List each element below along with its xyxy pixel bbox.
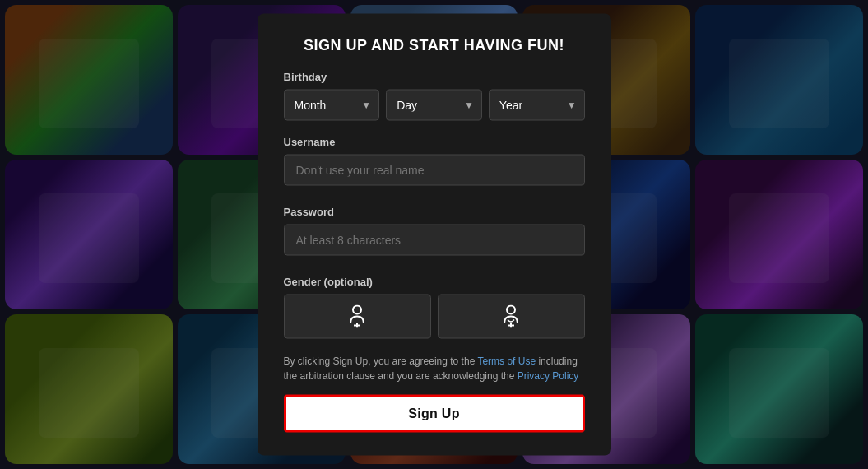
gender-label: Gender (optional)	[284, 276, 585, 288]
terms-of-use-link[interactable]: Terms of Use	[477, 355, 536, 367]
day-select[interactable]: Day 12345 678910 1112131415 1617181920 2…	[386, 90, 482, 121]
privacy-policy-link[interactable]: Privacy Policy	[518, 370, 579, 382]
year-select[interactable]: Year 2024202320222021 2020201520102005 2…	[489, 90, 585, 121]
signup-button[interactable]: Sign Up	[284, 395, 585, 433]
day-select-wrapper: Day 12345 678910 1112131415 1617181920 2…	[386, 90, 482, 121]
password-input[interactable]	[284, 225, 585, 256]
gender-female-button[interactable]	[438, 295, 585, 339]
modal-title: SIGN UP AND START HAVING FUN!	[284, 37, 585, 54]
terms-text: By clicking Sign Up, you are agreeing to…	[284, 354, 585, 383]
svg-point-3	[507, 306, 515, 314]
svg-point-0	[353, 306, 361, 314]
signup-modal: SIGN UP AND START HAVING FUN! Birthday M…	[258, 14, 611, 456]
birthday-row: Month January February March April May J…	[284, 90, 585, 121]
month-select[interactable]: Month January February March April May J…	[284, 90, 380, 121]
year-select-wrapper: Year 2024202320222021 2020201520102005 2…	[489, 90, 585, 121]
month-select-wrapper: Month January February March April May J…	[284, 90, 380, 121]
female-person-icon	[501, 305, 521, 328]
username-label: Username	[284, 136, 585, 148]
gender-male-button[interactable]	[284, 295, 431, 339]
gender-row	[284, 295, 585, 339]
male-person-icon	[347, 305, 367, 328]
username-input[interactable]	[284, 155, 585, 186]
password-label: Password	[284, 206, 585, 218]
birthday-label: Birthday	[284, 71, 585, 83]
